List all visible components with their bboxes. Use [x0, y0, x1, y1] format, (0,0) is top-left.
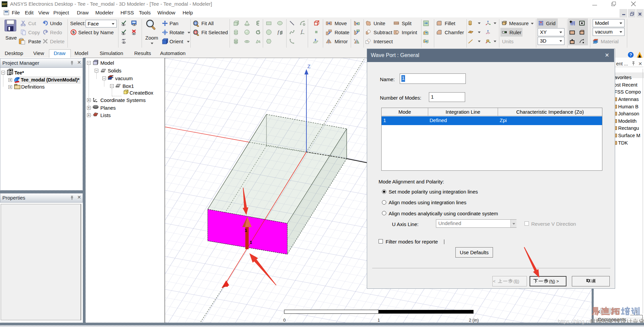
svg-text:0: 0: [283, 318, 286, 323]
svg-text:Z: Z: [307, 63, 310, 69]
svg-text:1: 1: [250, 240, 252, 245]
svg-text:1: 1: [378, 318, 380, 323]
svg-text:2 (in): 2 (in): [469, 318, 479, 323]
svg-text:f: f: [278, 30, 280, 35]
svg-text:1: 1: [245, 228, 247, 233]
svg-text:<: <: [493, 279, 496, 284]
svg-text:+: +: [354, 39, 355, 42]
svg-text:S: S: [72, 30, 75, 34]
